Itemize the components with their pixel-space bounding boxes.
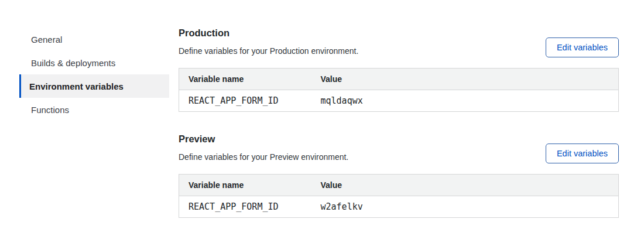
variable-name-cell: REACT_APP_FORM_ID <box>179 196 311 218</box>
table-row: REACT_APP_FORM_ID w2afelkv <box>179 196 619 218</box>
value-column-header: Value <box>311 69 619 90</box>
preview-section: Preview Define variables for your Previe… <box>179 132 619 218</box>
production-variables-table: Variable name Value REACT_APP_FORM_ID mq… <box>179 68 619 112</box>
table-header-row: Variable name Value <box>179 175 619 196</box>
variable-name-cell: REACT_APP_FORM_ID <box>179 90 311 112</box>
sidebar-item-functions[interactable]: Functions <box>19 98 169 121</box>
value-cell: w2afelkv <box>311 196 619 218</box>
settings-sidebar: General Builds & deployments Environment… <box>19 28 169 121</box>
production-edit-variables-button[interactable]: Edit variables <box>546 37 619 57</box>
preview-edit-variables-button[interactable]: Edit variables <box>546 144 619 163</box>
variable-name-column-header: Variable name <box>179 175 311 196</box>
value-column-header: Value <box>311 175 619 196</box>
value-cell: mqldaqwx <box>311 90 619 112</box>
sidebar-item-builds-deployments[interactable]: Builds & deployments <box>19 51 169 74</box>
table-header-row: Variable name Value <box>179 69 619 90</box>
production-section: Production Define variables for your Pro… <box>179 26 619 112</box>
sidebar-item-environment-variables[interactable]: Environment variables <box>19 74 169 98</box>
preview-variables-table: Variable name Value REACT_APP_FORM_ID w2… <box>179 174 619 218</box>
sidebar-item-general[interactable]: General <box>19 28 169 51</box>
table-row: REACT_APP_FORM_ID mqldaqwx <box>179 90 619 112</box>
variable-name-column-header: Variable name <box>179 69 311 90</box>
environment-variables-panel: Production Define variables for your Pro… <box>179 26 619 218</box>
